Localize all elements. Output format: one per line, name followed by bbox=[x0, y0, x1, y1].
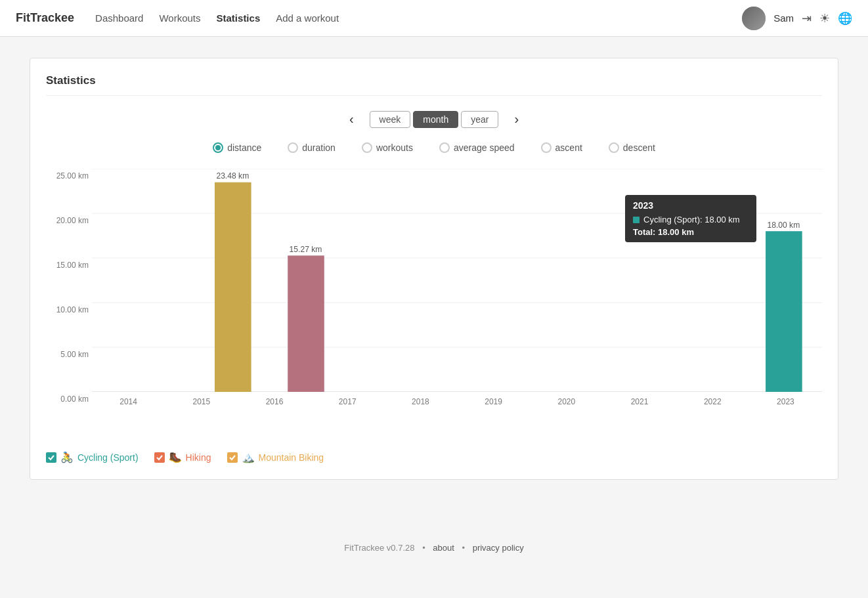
language-icon[interactable]: 🌐 bbox=[838, 11, 852, 26]
x-label-2017: 2017 bbox=[311, 397, 384, 406]
x-label-2023: 2023 bbox=[749, 397, 822, 406]
footer: FitTrackee v0.7.28 • about • privacy pol… bbox=[0, 527, 868, 568]
legend-hiking-checkbox[interactable] bbox=[154, 452, 165, 463]
legend-hiking-label: Hiking bbox=[186, 452, 211, 463]
svg-text:23.48 km: 23.48 km bbox=[216, 171, 249, 181]
legend-mtb-label: Mountain Biking bbox=[259, 452, 324, 463]
navbar: FitTrackee Dashboard Workouts Statistics… bbox=[0, 0, 868, 37]
period-year-button[interactable]: year bbox=[461, 111, 498, 128]
footer-privacy-link[interactable]: privacy policy bbox=[473, 543, 524, 553]
svg-text:18.00 km: 18.00 km bbox=[767, 221, 800, 230]
mtb-icon: 🏔️ bbox=[242, 451, 255, 463]
legend-hiking[interactable]: 🥾 Hiking bbox=[154, 451, 211, 463]
metric-ascent[interactable]: ascent bbox=[541, 142, 582, 153]
legend-mtb-checkbox[interactable] bbox=[227, 452, 238, 463]
metric-workouts-label: workouts bbox=[376, 142, 413, 153]
statistics-card: Statistics ‹ week month year › distance … bbox=[30, 58, 838, 480]
hiking-icon: 🥾 bbox=[169, 451, 182, 463]
avatar bbox=[742, 7, 766, 30]
metric-ascent-radio[interactable] bbox=[541, 142, 552, 153]
nav-links: Dashboard Workouts Statistics Add a work… bbox=[95, 12, 742, 24]
metric-duration[interactable]: duration bbox=[288, 142, 336, 153]
card-title: Statistics bbox=[46, 74, 822, 96]
cycling-icon: 🚴 bbox=[60, 451, 74, 463]
next-period-button[interactable]: › bbox=[509, 109, 524, 129]
bar-2017 bbox=[288, 255, 324, 392]
bar-2016 bbox=[215, 182, 251, 392]
x-label-2014: 2014 bbox=[92, 397, 165, 406]
metric-distance-label: distance bbox=[227, 142, 261, 153]
x-label-2021: 2021 bbox=[603, 397, 676, 406]
footer-version: v0.7.28 bbox=[387, 543, 415, 553]
metric-distance[interactable]: distance bbox=[213, 142, 261, 153]
legend-mountain-biking[interactable]: 🏔️ Mountain Biking bbox=[227, 451, 324, 463]
y-label-1: 5.00 km bbox=[46, 350, 89, 359]
svg-text:15.27 km: 15.27 km bbox=[290, 245, 322, 254]
metric-descent[interactable]: descent bbox=[609, 142, 655, 153]
footer-dot-1: • bbox=[422, 543, 425, 553]
metric-average-speed[interactable]: average speed bbox=[439, 142, 515, 153]
legend-cycling[interactable]: 🚴 Cycling (Sport) bbox=[46, 451, 139, 463]
y-label-0: 0.00 km bbox=[46, 395, 89, 404]
chart-container: 0.00 km 5.00 km 10.00 km 15.00 km 20.00 … bbox=[46, 169, 822, 433]
metric-distance-radio[interactable] bbox=[213, 142, 223, 153]
metric-avgspeed-label: average speed bbox=[454, 142, 515, 153]
legend-cycling-label: Cycling (Sport) bbox=[77, 452, 139, 463]
metric-avgspeed-radio[interactable] bbox=[439, 142, 450, 153]
bar-2023 bbox=[766, 231, 802, 392]
period-buttons: week month year bbox=[370, 111, 499, 128]
metric-duration-label: duration bbox=[302, 142, 336, 153]
x-axis: 2014 2015 2016 2017 2018 2019 2020 2021 … bbox=[92, 397, 822, 406]
nav-link-workouts[interactable]: Workouts bbox=[159, 12, 200, 24]
x-label-2019: 2019 bbox=[457, 397, 530, 406]
metric-ascent-label: ascent bbox=[555, 142, 582, 153]
logout-icon[interactable]: ⇥ bbox=[802, 11, 812, 26]
nav-link-dashboard[interactable]: Dashboard bbox=[95, 12, 143, 24]
legend-cycling-checkbox[interactable] bbox=[46, 452, 56, 463]
metric-workouts[interactable]: workouts bbox=[362, 142, 413, 153]
metrics-row: distance duration workouts average speed… bbox=[46, 142, 822, 153]
metric-workouts-radio[interactable] bbox=[362, 142, 372, 153]
main-content: Statistics ‹ week month year › distance … bbox=[14, 37, 854, 501]
nav-right: Sam ⇥ ☀ 🌐 bbox=[742, 7, 852, 30]
x-label-2015: 2015 bbox=[165, 397, 238, 406]
nav-username: Sam bbox=[773, 12, 794, 24]
metric-descent-label: descent bbox=[623, 142, 655, 153]
period-week-button[interactable]: week bbox=[370, 111, 411, 128]
x-label-2020: 2020 bbox=[530, 397, 603, 406]
prev-period-button[interactable]: ‹ bbox=[344, 109, 359, 129]
y-label-4: 20.00 km bbox=[46, 216, 89, 225]
nav-link-add-workout[interactable]: Add a workout bbox=[276, 12, 339, 24]
x-label-2022: 2022 bbox=[676, 397, 749, 406]
footer-about-link[interactable]: about bbox=[433, 543, 454, 553]
y-label-3: 15.00 km bbox=[46, 261, 89, 270]
metric-descent-radio[interactable] bbox=[609, 142, 619, 153]
theme-icon[interactable]: ☀ bbox=[819, 11, 830, 26]
y-label-2: 10.00 km bbox=[46, 305, 89, 314]
period-nav: ‹ week month year › bbox=[46, 109, 822, 129]
chart-legend: 🚴 Cycling (Sport) 🥾 Hiking 🏔️ Mountain B… bbox=[46, 443, 822, 463]
footer-dot-2: • bbox=[462, 543, 465, 553]
y-label-5: 25.00 km bbox=[46, 171, 89, 181]
metric-duration-radio[interactable] bbox=[288, 142, 298, 153]
x-label-2016: 2016 bbox=[238, 397, 311, 406]
chart-svg: 23.48 km 15.27 km 18.00 km bbox=[92, 169, 822, 392]
period-month-button[interactable]: month bbox=[413, 111, 458, 128]
nav-brand: FitTrackee bbox=[16, 11, 74, 25]
nav-link-statistics[interactable]: Statistics bbox=[217, 12, 261, 24]
footer-brand: FitTrackee bbox=[344, 543, 384, 553]
x-label-2018: 2018 bbox=[384, 397, 457, 406]
